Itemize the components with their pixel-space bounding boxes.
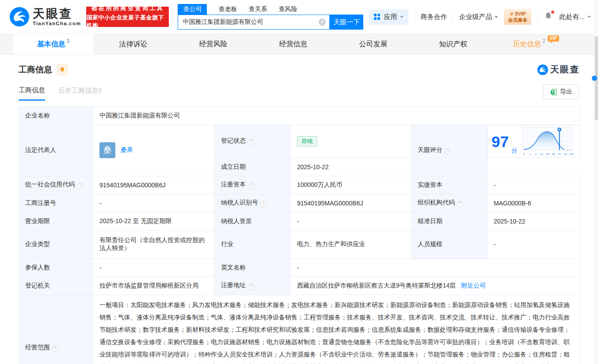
menu-enterprise-products[interactable]: 企业级产品 <box>459 13 498 21</box>
search-tab-relation[interactable]: 查关系 <box>248 5 267 15</box>
credit-code-label-text: 统一社会信用代码 <box>25 181 75 188</box>
account-menu[interactable]: 此处有... <box>559 13 591 21</box>
table-row: 企业类型 有限责任公司（非自然人投资或控股的法人独资） 行业 电力、热力生产和供… <box>19 230 580 258</box>
main-content: 工商信息 天眼查 工商信息 历史工商信息0 X 导出 <box>0 64 598 364</box>
address-value: 西藏自治区拉萨市柳梧新区察古大道9号奥特莱斯北楼14层 <box>297 282 456 289</box>
search-input[interactable] <box>178 15 329 29</box>
score-label: 天眼评分? <box>411 125 488 176</box>
credit-code-value: 91540195MAG0000B6J <box>93 176 215 194</box>
table-row: 登记机关 拉萨市市场监督管理局柳梧新区分局 注册地址? 西藏自治区拉萨市柳梧新区… <box>19 277 580 295</box>
nearby-companies-link[interactable]: 附近公司 <box>461 282 486 289</box>
help-icon[interactable]: ? <box>248 284 254 290</box>
help-icon[interactable]: ? <box>457 201 463 207</box>
tab-basic-info[interactable]: 基本信息 3 <box>13 34 93 54</box>
svg-text:15: 15 <box>540 152 543 155</box>
approval-date-value: 2025-10-22 <box>488 212 580 230</box>
subtab-history-business-info[interactable]: 历史工商信息0 <box>58 87 102 100</box>
enterprise-products-label: 企业级产品 <box>459 13 492 21</box>
search-tabs: 查公司 查老板 查关系 查风险 <box>178 4 363 15</box>
score-axis-ticks: 0 1 3 15 50 85 97 99 100 <box>523 152 574 155</box>
search-button[interactable]: 天眼一下 <box>330 15 363 30</box>
approval-date-label: 核准日期 <box>411 212 488 230</box>
svip-member-button[interactable]: ♛SVIP 会员服务 <box>504 9 531 25</box>
help-icon[interactable]: ? <box>248 183 254 189</box>
tianyancha-logo[interactable]: 天眼查 TianYanCha.com <box>10 7 81 27</box>
insured-count-label: 参保人数 <box>19 258 93 277</box>
paid-capital-label: 实缴资本 <box>411 176 488 194</box>
address-label-text: 注册地址 <box>221 281 246 288</box>
business-scope-text: 一般项目：太阳能发电技术服务；风力发电技术服务；储能技术服务；发电技术服务；新兴… <box>99 299 573 364</box>
export-label: 导出 <box>560 88 572 96</box>
tab-operating-info[interactable]: 经营信息 <box>253 34 333 54</box>
reg-capital-value: 100000万人民币 <box>291 176 411 194</box>
tianyancha-logo-icon <box>537 64 548 75</box>
business-info-table: 企业名称 中国雅江集团新能源有限公司 法定代表人 桑 桑果 登记状态? 存续 天… <box>19 106 580 364</box>
tab-company-development-label: 公司发展 <box>359 40 388 49</box>
address-label: 注册地址? <box>215 277 291 295</box>
reg-capital-label-text: 注册资本 <box>221 181 246 188</box>
subscribe-bell-button[interactable] <box>57 64 68 76</box>
svg-text:1: 1 <box>529 152 531 155</box>
tab-legal-proceedings[interactable]: 法律诉讼 <box>93 34 173 54</box>
help-icon[interactable]: ? <box>248 139 254 145</box>
table-row: 法定代表人 桑 桑果 登记状态? 存续 天眼评分? 97 分 <box>19 125 580 158</box>
search-tab-company[interactable]: 查公司 <box>178 4 207 15</box>
divider <box>453 13 453 21</box>
business-scope-value: 一般项目：太阳能发电技术服务；风力发电技术服务；储能技术服务；发电技术服务；新兴… <box>93 295 580 364</box>
apps-button[interactable]: 应用 <box>369 9 408 25</box>
floating-side-widget[interactable] <box>592 76 597 81</box>
industry-label: 行业 <box>215 230 291 258</box>
subtab-business-info[interactable]: 工商信息 <box>19 86 45 101</box>
tab-company-development[interactable]: 公司发展 <box>333 34 413 54</box>
svg-text:X: X <box>552 91 554 94</box>
svip-sub-label: 会员服务 <box>508 17 527 23</box>
scrollbar[interactable] <box>594 0 598 364</box>
score-label-text: 天眼评分 <box>418 146 442 153</box>
establish-date-label: 成立日期 <box>215 158 291 176</box>
reg-status-label: 登记状态? <box>215 125 291 158</box>
org-code-label: 组织机构代码? <box>411 194 488 212</box>
help-icon[interactable]: ? <box>52 346 58 352</box>
help-icon[interactable]: ? <box>77 183 83 189</box>
export-button[interactable]: X 导出 <box>543 84 579 99</box>
business-term-label: 营业期限 <box>19 212 93 230</box>
tab-basic-info-count: 3 <box>67 38 70 44</box>
tab-operating-risk[interactable]: 经营风险 <box>173 34 253 54</box>
help-icon[interactable]: ? <box>260 201 267 207</box>
svg-text:100: 100 <box>569 152 574 155</box>
section-title: 工商信息 <box>19 64 52 76</box>
taxpayer-id-label: 纳税人识别号? <box>215 194 291 212</box>
reg-authority-value: 拉萨市市场监督管理局柳梧新区分局 <box>93 277 215 295</box>
avatar: 桑 <box>99 142 115 158</box>
taxpayer-id-label-text: 纳税人识别号 <box>221 199 258 206</box>
english-name-value: - <box>291 258 580 277</box>
org-code-value: MAG0000B-6 <box>488 194 580 212</box>
svg-text:85: 85 <box>552 152 555 155</box>
taxpayer-qualification-value: - <box>291 212 411 230</box>
notification-bell-button[interactable] <box>543 11 553 23</box>
help-icon[interactable]: ? <box>445 148 451 155</box>
legal-rep-link[interactable]: 桑果 <box>121 146 133 154</box>
search-tab-boss[interactable]: 查老板 <box>218 5 237 15</box>
table-row: 工商注册号 - 纳税人识别号? 91540195MAG0000B6J 组织机构代… <box>19 194 580 212</box>
divider <box>414 13 415 21</box>
score-cell[interactable]: 97 分 <box>488 125 580 158</box>
company-name-label: 企业名称 <box>19 107 93 125</box>
excel-icon: X <box>550 89 557 95</box>
crown-icon: ♛ <box>510 11 514 16</box>
tab-intellectual-property[interactable]: 知识产权 <box>413 34 493 54</box>
slogan-banner: 都在用的商业查询工具 国家中小企业发展子基金旗下机构 <box>86 7 169 27</box>
menu-cooperation[interactable]: 商务合作 <box>420 13 447 21</box>
search-tab-risk[interactable]: 查风险 <box>278 5 297 15</box>
tianyancha-logo-icon <box>10 7 29 27</box>
credit-code-label: 统一社会信用代码? <box>19 176 93 194</box>
tab-history-info-count: 2 <box>542 38 545 44</box>
english-name-label: 英文名称 <box>215 258 291 277</box>
tab-history-info[interactable]: 历史信息 2 ? VIP <box>493 34 573 54</box>
score-unit: 分 <box>511 147 517 155</box>
business-scope-label: 经营范围? <box>19 295 93 364</box>
tab-operating-info-label: 经营信息 <box>279 40 308 49</box>
company-type-label: 企业类型 <box>19 230 93 258</box>
svg-text:97: 97 <box>558 152 561 155</box>
tab-legal-proceedings-label: 法律诉讼 <box>119 40 148 49</box>
